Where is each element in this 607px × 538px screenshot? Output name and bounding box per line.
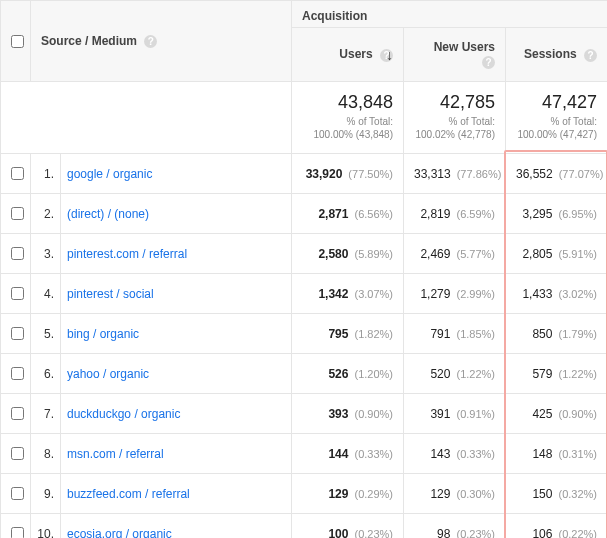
cell-new-users: 143(0.33%) — [404, 434, 506, 474]
total-new-users: 42,785 % of Total: 100.02% (42,778) — [404, 82, 506, 154]
table-row: 6.yahoo / organic526(1.20%)520(1.22%)579… — [1, 354, 608, 394]
cell-users: 795(1.82%) — [292, 314, 404, 354]
cell-users: 526(1.20%) — [292, 354, 404, 394]
row-checkbox[interactable] — [11, 527, 24, 538]
cell-sessions: 150(0.32%) — [506, 474, 608, 514]
row-index: 1. — [31, 154, 61, 194]
cell-new-users: 791(1.85%) — [404, 314, 506, 354]
row-index: 3. — [31, 234, 61, 274]
help-icon[interactable]: ? — [584, 49, 597, 62]
source-link[interactable]: pinterest.com / referral — [67, 247, 187, 261]
cell-users: 144(0.33%) — [292, 434, 404, 474]
row-index: 9. — [31, 474, 61, 514]
help-icon[interactable]: ? — [482, 56, 495, 69]
source-link[interactable]: buzzfeed.com / referral — [67, 487, 190, 501]
source-link[interactable]: yahoo / organic — [67, 367, 149, 381]
analytics-table: Source / Medium ? Acquisition Users ? ↓ … — [0, 0, 607, 538]
row-checkbox[interactable] — [11, 247, 24, 260]
table-row: 8.msn.com / referral144(0.33%)143(0.33%)… — [1, 434, 608, 474]
row-index: 4. — [31, 274, 61, 314]
row-index: 2. — [31, 194, 61, 234]
cell-sessions: 850(1.79%) — [506, 314, 608, 354]
row-index: 7. — [31, 394, 61, 434]
source-link[interactable]: ecosia.org / organic — [67, 527, 172, 539]
cell-new-users: 98(0.23%) — [404, 514, 506, 539]
row-checkbox[interactable] — [11, 327, 24, 340]
total-sessions: 47,427 % of Total: 100.00% (47,427) — [506, 82, 608, 154]
table-row: 10.ecosia.org / organic100(0.23%)98(0.23… — [1, 514, 608, 539]
source-link[interactable]: bing / organic — [67, 327, 139, 341]
row-checkbox[interactable] — [11, 367, 24, 380]
row-index: 5. — [31, 314, 61, 354]
row-index: 10. — [31, 514, 61, 539]
cell-sessions: 148(0.31%) — [506, 434, 608, 474]
cell-sessions: 1,433(3.02%) — [506, 274, 608, 314]
cell-new-users: 129(0.30%) — [404, 474, 506, 514]
cell-sessions: 3,295(6.95%) — [506, 194, 608, 234]
row-checkbox[interactable] — [11, 447, 24, 460]
source-link[interactable]: pinterest / social — [67, 287, 154, 301]
row-checkbox[interactable] — [11, 167, 24, 180]
table-row: 2.(direct) / (none)2,871(6.56%)2,819(6.5… — [1, 194, 608, 234]
cell-sessions: 579(1.22%) — [506, 354, 608, 394]
table-row: 5.bing / organic795(1.82%)791(1.85%)850(… — [1, 314, 608, 354]
source-link[interactable]: duckduckgo / organic — [67, 407, 180, 421]
cell-users: 393(0.90%) — [292, 394, 404, 434]
row-index: 6. — [31, 354, 61, 394]
row-checkbox[interactable] — [11, 287, 24, 300]
row-checkbox[interactable] — [11, 407, 24, 420]
cell-sessions: 36,552(77.07%) — [506, 154, 608, 194]
total-users: 43,848 % of Total: 100.00% (43,848) — [292, 82, 404, 154]
cell-users: 2,871(6.56%) — [292, 194, 404, 234]
select-all-cell — [1, 1, 31, 82]
cell-new-users: 1,279(2.99%) — [404, 274, 506, 314]
source-link[interactable]: msn.com / referral — [67, 447, 164, 461]
select-all-checkbox[interactable] — [11, 35, 24, 48]
source-link[interactable]: (direct) / (none) — [67, 207, 149, 221]
table-row: 7.duckduckgo / organic393(0.90%)391(0.91… — [1, 394, 608, 434]
row-checkbox[interactable] — [11, 487, 24, 500]
cell-users: 1,342(3.07%) — [292, 274, 404, 314]
table-row: 3.pinterest.com / referral2,580(5.89%)2,… — [1, 234, 608, 274]
col-sessions[interactable]: Sessions — [524, 47, 577, 61]
table-row: 9.buzzfeed.com / referral129(0.29%)129(0… — [1, 474, 608, 514]
table-row: 1.google / organic33,920(77.50%)33,313(7… — [1, 154, 608, 194]
row-checkbox[interactable] — [11, 207, 24, 220]
cell-new-users: 2,469(5.77%) — [404, 234, 506, 274]
cell-users: 129(0.29%) — [292, 474, 404, 514]
cell-new-users: 33,313(77.86%) — [404, 154, 506, 194]
cell-new-users: 520(1.22%) — [404, 354, 506, 394]
col-users[interactable]: Users — [339, 47, 372, 61]
group-acquisition: Acquisition — [302, 9, 367, 23]
cell-new-users: 391(0.91%) — [404, 394, 506, 434]
source-link[interactable]: google / organic — [67, 167, 152, 181]
sort-desc-icon[interactable]: ↓ — [386, 47, 393, 63]
cell-sessions: 425(0.90%) — [506, 394, 608, 434]
cell-users: 33,920(77.50%) — [292, 154, 404, 194]
col-new-users[interactable]: New Users — [434, 40, 495, 54]
col-source-medium[interactable]: Source / Medium — [41, 34, 137, 48]
cell-users: 100(0.23%) — [292, 514, 404, 539]
cell-sessions: 2,805(5.91%) — [506, 234, 608, 274]
cell-users: 2,580(5.89%) — [292, 234, 404, 274]
table-row: 4.pinterest / social1,342(3.07%)1,279(2.… — [1, 274, 608, 314]
help-icon[interactable]: ? — [144, 35, 157, 48]
row-index: 8. — [31, 434, 61, 474]
cell-new-users: 2,819(6.59%) — [404, 194, 506, 234]
cell-sessions: 106(0.22%) — [506, 514, 608, 539]
